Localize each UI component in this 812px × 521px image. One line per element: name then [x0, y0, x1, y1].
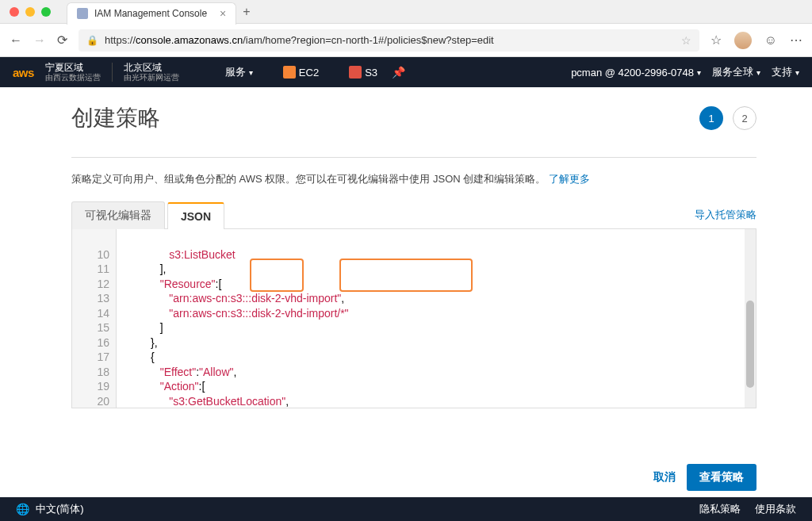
caret-down-icon: ▾	[697, 68, 701, 77]
json-editor[interactable]: 1011121314151617181920 s3:ListBucket ], …	[71, 229, 756, 408]
description: 策略定义可向用户、组或角色分配的 AWS 权限。您可以在可视化编辑器中使用 JS…	[71, 158, 756, 194]
step-2[interactable]: 2	[733, 106, 756, 130]
scroll-thumb[interactable]	[746, 301, 754, 388]
refresh-button[interactable]: ⟳	[57, 33, 67, 48]
highlight-box-1	[250, 259, 304, 292]
aws-footer: 🌐 中文(简体) 隐私策略 使用条款	[0, 497, 812, 521]
wizard-steps: 1 2	[699, 106, 756, 130]
scrollbar[interactable]	[745, 229, 756, 408]
code-body[interactable]: s3:ListBucket ], "Resource":[ "arn:aws-c…	[117, 229, 756, 408]
ec2-icon	[283, 66, 296, 79]
new-tab-button[interactable]: +	[243, 5, 250, 19]
lock-icon: 🔒	[86, 35, 98, 46]
url-text: https://console.amazonaws.cn/iam/home?re…	[105, 34, 494, 46]
bookmark-icon[interactable]: ☆	[681, 34, 691, 47]
caret-down-icon: ▾	[249, 68, 253, 77]
main-content: 创建策略 1 2 策略定义可向用户、组或角色分配的 AWS 权限。您可以在可视化…	[0, 87, 812, 491]
profile-avatar[interactable]	[734, 32, 752, 49]
window-close[interactable]	[10, 7, 19, 17]
caret-down-icon: ▾	[756, 68, 760, 77]
cancel-button[interactable]: 取消	[653, 470, 676, 485]
s3-shortcut[interactable]: S3	[349, 66, 377, 79]
support-menu[interactable]: 支持 ▾	[772, 65, 799, 79]
more-icon[interactable]: ⋯	[790, 33, 802, 48]
services-menu[interactable]: 服务 ▾	[225, 65, 253, 79]
import-managed-policy-link[interactable]: 导入托管策略	[695, 208, 756, 222]
browser-titlebar: IAM Management Console × +	[0, 0, 812, 24]
learn-more-link[interactable]: 了解更多	[549, 173, 590, 185]
browser-tab[interactable]: IAM Management Console ×	[67, 2, 236, 25]
ec2-shortcut[interactable]: EC2	[283, 66, 319, 79]
window-maximize[interactable]	[41, 7, 51, 17]
browser-toolbar: ← → ⟳ 🔒 https://console.amazonaws.cn/iam…	[0, 24, 812, 57]
back-button[interactable]: ←	[10, 33, 22, 48]
address-bar[interactable]: 🔒 https://console.amazonaws.cn/iam/home?…	[79, 29, 699, 52]
favorites-icon[interactable]: ☆	[710, 33, 722, 48]
tab-visual-editor[interactable]: 可视化编辑器	[71, 201, 165, 229]
caret-down-icon: ▾	[795, 68, 799, 77]
global-menu[interactable]: 服务全球 ▾	[712, 65, 760, 79]
region-beijing[interactable]: 北京区域 由光环新网运营	[124, 63, 179, 82]
line-gutter: 1011121314151617181920	[72, 229, 117, 408]
language-selector[interactable]: 中文(简体)	[36, 502, 84, 516]
tab-json[interactable]: JSON	[167, 202, 224, 229]
smiley-icon[interactable]: ☺	[764, 33, 777, 48]
tab-favicon	[77, 8, 88, 19]
window-controls	[10, 7, 51, 17]
aws-logo[interactable]: aws	[13, 66, 34, 79]
forward-button: →	[33, 33, 46, 48]
action-buttons: 取消 查看策略	[71, 408, 756, 491]
privacy-link[interactable]: 隐私策略	[699, 502, 741, 516]
s3-icon	[349, 66, 362, 79]
tab-title: IAM Management Console	[94, 8, 207, 19]
pin-icon[interactable]: 📌	[392, 66, 405, 79]
aws-header: aws 宁夏区域 由西云数据运营 北京区域 由光环新网运营 服务 ▾ EC2 S…	[0, 57, 812, 87]
page-title: 创建策略	[71, 103, 160, 133]
editor-tabs: 可视化编辑器 JSON 导入托管策略	[71, 201, 756, 229]
step-1[interactable]: 1	[699, 106, 723, 130]
divider	[112, 63, 113, 82]
region-ningxia[interactable]: 宁夏区域 由西云数据运营	[45, 63, 101, 82]
terms-link[interactable]: 使用条款	[755, 502, 796, 516]
globe-icon: 🌐	[16, 503, 29, 515]
window-minimize[interactable]	[25, 7, 35, 17]
review-policy-button[interactable]: 查看策略	[687, 464, 756, 491]
highlight-box-2	[339, 259, 473, 292]
account-menu[interactable]: pcman @ 4200-2996-0748 ▾	[571, 67, 701, 79]
tab-close-icon[interactable]: ×	[220, 7, 226, 20]
